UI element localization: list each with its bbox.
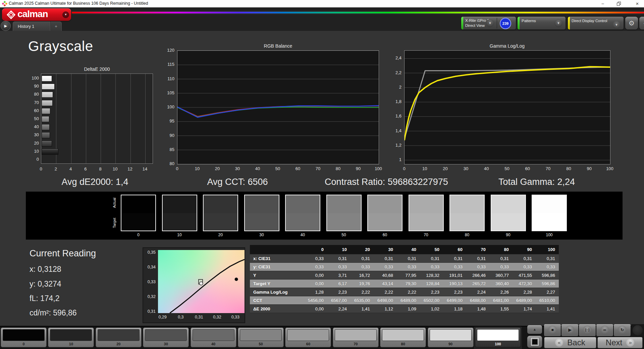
gamma-ytick: 2,2 bbox=[387, 70, 401, 75]
deltae-bar-70 bbox=[42, 100, 53, 106]
pattern-button-70[interactable]: 70 bbox=[333, 328, 379, 347]
table-cell: 6567,00 bbox=[327, 296, 351, 305]
stop-button[interactable]: ■ bbox=[544, 324, 561, 336]
refresh-button[interactable]: ↻ bbox=[614, 324, 631, 336]
pattern-button-60[interactable]: 60 bbox=[285, 328, 331, 347]
deltae-bar-80 bbox=[42, 92, 53, 98]
rgb-xtick: 70 bbox=[312, 166, 324, 171]
table-cell: 191,01 bbox=[443, 271, 466, 280]
back-label: Back bbox=[567, 338, 585, 347]
meter-chevron-icon[interactable]: ▼ bbox=[486, 19, 494, 27]
display-control-dropdown[interactable]: Direct Display Control ▼ bbox=[568, 17, 624, 30]
pattern-button-10[interactable]: 10 bbox=[48, 328, 94, 347]
stat-contrast-ratio: Contrast Ratio: 596863227975 bbox=[299, 177, 474, 187]
pattern-button-0[interactable]: 0 bbox=[1, 328, 47, 347]
table-cell: 0,00 bbox=[304, 280, 327, 288]
table-cell: 1,28 bbox=[304, 288, 327, 296]
pattern-button-40[interactable]: 40 bbox=[191, 328, 236, 347]
cie-xtick: 0,33 bbox=[230, 315, 241, 319]
next-button[interactable]: Next» bbox=[597, 337, 643, 348]
cie-ytick: 0,34 bbox=[144, 265, 156, 269]
pattern-size-up-button[interactable]: ▲ bbox=[527, 325, 542, 334]
settings-button[interactable]: ⚙ bbox=[625, 17, 638, 30]
table-cell: 2,23 bbox=[443, 288, 466, 296]
table-row: Gamma Log/Log1,282,232,222,222,222,232,2… bbox=[250, 288, 559, 296]
pattern-label: 10 bbox=[48, 342, 94, 346]
table-cell: 0,31 bbox=[397, 254, 420, 263]
add-tab-button[interactable]: + bbox=[50, 21, 62, 31]
cie-chromaticity-chart bbox=[158, 250, 245, 313]
table-col-header: 30 bbox=[374, 245, 397, 254]
tab-menu-button[interactable]: ▶ bbox=[1, 21, 11, 31]
table-cell: 360,77 bbox=[489, 271, 513, 280]
continuous-icon: ∞ bbox=[600, 326, 609, 334]
pattern-window-button[interactable]: [··] bbox=[579, 324, 596, 336]
deltae-bar-20 bbox=[42, 141, 52, 147]
table-cell: 0,31 bbox=[489, 254, 513, 263]
strip-swatch-90 bbox=[491, 195, 526, 231]
pattern-button-100[interactable]: 100 bbox=[475, 328, 521, 347]
pattern-button-80[interactable]: 80 bbox=[380, 328, 426, 347]
strip-swatch-actual bbox=[491, 195, 525, 213]
strip-level-label: 70 bbox=[409, 233, 444, 237]
table-cell: 0,33 bbox=[351, 263, 374, 271]
table-cell: 0,00 bbox=[304, 271, 327, 280]
table-cell: 128,84 bbox=[420, 280, 443, 288]
gamma-xtick: 60 bbox=[522, 166, 534, 171]
collapse-panel-button[interactable]: ◀ bbox=[639, 17, 644, 30]
pattern-swatch bbox=[145, 329, 187, 341]
rgb-ytick: 105 bbox=[160, 90, 174, 95]
table-row: x: CIE310,330,310,310,310,310,310,310,31… bbox=[250, 254, 559, 263]
patterns-chevron-icon[interactable]: ▼ bbox=[554, 19, 562, 27]
calman-logo-button[interactable]: calman ▼ bbox=[2, 8, 71, 21]
pattern-button-30[interactable]: 30 bbox=[143, 328, 189, 347]
continuous-button[interactable]: ∞ bbox=[596, 324, 613, 336]
deltae-gridline bbox=[71, 74, 71, 163]
table-col-header: 10 bbox=[327, 245, 351, 254]
table-cell: 1,41 bbox=[351, 305, 374, 313]
deltae-xtick: 4 bbox=[66, 166, 76, 171]
table-cell: 2,24 bbox=[466, 288, 489, 296]
table-col-header: 40 bbox=[397, 245, 420, 254]
minimize-button[interactable]: – bbox=[596, 0, 609, 7]
table-cell: 6499,00 bbox=[443, 296, 466, 305]
pattern-button-20[interactable]: 20 bbox=[96, 328, 142, 347]
back-button[interactable]: «Back bbox=[544, 337, 596, 348]
strip-swatch-0 bbox=[121, 195, 156, 231]
strip-level-label: 20 bbox=[203, 233, 238, 237]
pattern-window-button[interactable] bbox=[527, 335, 543, 348]
table-cell: 0,33 bbox=[513, 263, 536, 271]
strip-swatch-80 bbox=[449, 195, 485, 231]
deltae-ytick: 100 bbox=[25, 76, 39, 81]
logo-chevron-icon[interactable]: ▼ bbox=[62, 11, 69, 18]
play-icon: ▶ bbox=[566, 326, 574, 334]
rgb-ytick: 80 bbox=[160, 161, 174, 166]
title-bar: Calman 2025 Calman Ultimate for Business… bbox=[0, 0, 644, 7]
table-cell: 1,09 bbox=[397, 305, 420, 313]
strip-level-label: 80 bbox=[449, 233, 485, 237]
table-cell: 1,74 bbox=[513, 305, 536, 313]
close-button[interactable]: × bbox=[631, 0, 644, 7]
strip-swatch-actual bbox=[532, 195, 566, 213]
status-led bbox=[633, 325, 643, 335]
tab-history-1[interactable]: History 1 bbox=[13, 21, 50, 31]
display-control-chevron-icon[interactable]: ▼ bbox=[612, 21, 621, 29]
restore-icon bbox=[617, 2, 621, 6]
restore-button[interactable] bbox=[612, 0, 626, 7]
deltae-gridline bbox=[115, 74, 116, 163]
strip-swatch-target bbox=[204, 213, 237, 231]
pattern-label: 0 bbox=[1, 342, 46, 346]
meter-dropdown[interactable]: X-Rite i1Pro 2 Direct View ▼ 239 bbox=[461, 17, 516, 30]
rgb-ytick: 85 bbox=[160, 147, 174, 152]
play-button[interactable]: ▶ bbox=[561, 324, 578, 336]
pattern-window-icon: [··] bbox=[583, 326, 592, 334]
table-cell: 2,24 bbox=[327, 305, 351, 313]
gamma-xtick: 0 bbox=[398, 166, 410, 171]
meter-count-badge: 239 bbox=[500, 18, 511, 29]
table-cell: 2,26 bbox=[489, 288, 513, 296]
patterns-dropdown[interactable]: Patterns ▼ bbox=[518, 17, 566, 30]
pattern-button-50[interactable]: 50 bbox=[238, 328, 284, 347]
rgb-balance-chart bbox=[177, 50, 379, 164]
deltae-chart-title: DeltaE 2000 bbox=[53, 66, 141, 72]
pattern-button-90[interactable]: 90 bbox=[428, 328, 474, 347]
